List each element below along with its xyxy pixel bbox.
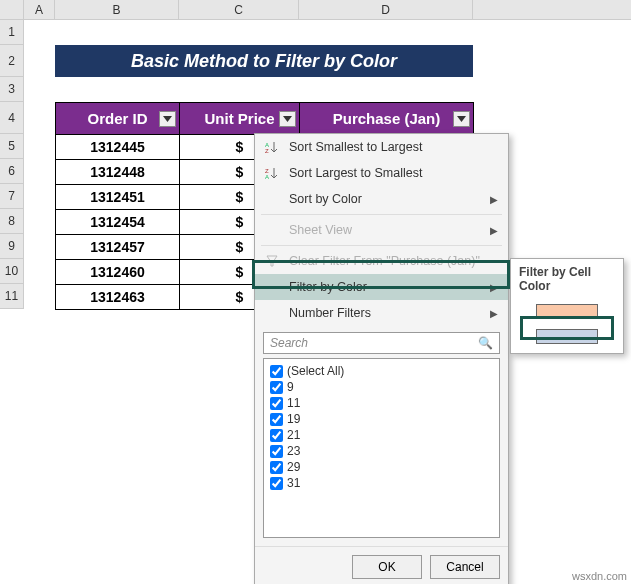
chevron-down-icon bbox=[283, 116, 292, 122]
check-label: 21 bbox=[287, 428, 300, 442]
checkbox[interactable] bbox=[270, 365, 283, 378]
chevron-right-icon: ▶ bbox=[490, 308, 498, 319]
check-item[interactable]: 21 bbox=[268, 427, 495, 443]
check-item[interactable]: 23 bbox=[268, 443, 495, 459]
menu-sort-by-color[interactable]: Sort by Color ▶ bbox=[255, 186, 508, 212]
menu-number-filters-label: Number Filters bbox=[283, 306, 490, 320]
row-9[interactable]: 9 bbox=[0, 234, 24, 259]
cell-order[interactable]: 1312460 bbox=[56, 260, 180, 285]
color-swatch-orange[interactable] bbox=[536, 304, 598, 319]
filter-by-color-submenu: Filter by Cell Color bbox=[510, 258, 624, 354]
menu-number-filters[interactable]: Number Filters ▶ bbox=[255, 300, 508, 326]
check-label: 23 bbox=[287, 444, 300, 458]
row-headers: 1 2 3 4 5 6 7 8 9 10 11 bbox=[0, 20, 24, 309]
checkbox[interactable] bbox=[270, 461, 283, 474]
chevron-down-icon bbox=[457, 116, 466, 122]
filter-value-checklist[interactable]: (Select All) 9 11 19 21 23 29 31 bbox=[263, 358, 500, 538]
checkbox[interactable] bbox=[270, 445, 283, 458]
column-headers: A B C D bbox=[0, 0, 631, 20]
search-placeholder: Search bbox=[270, 336, 308, 350]
header-price-label: Unit Price bbox=[204, 110, 274, 127]
check-item[interactable]: 19 bbox=[268, 411, 495, 427]
menu-sort-desc-label: Sort Largest to Smallest bbox=[283, 166, 498, 180]
header-order-id: Order ID bbox=[56, 103, 180, 135]
ok-button[interactable]: OK bbox=[352, 555, 422, 579]
color-swatch-blue[interactable] bbox=[536, 329, 598, 344]
check-item[interactable]: 31 bbox=[268, 475, 495, 491]
chevron-right-icon: ▶ bbox=[490, 194, 498, 205]
menu-filter-by-color[interactable]: Filter by Color ▶ bbox=[255, 274, 508, 300]
check-label: 19 bbox=[287, 412, 300, 426]
row-5[interactable]: 5 bbox=[0, 134, 24, 159]
checkbox[interactable] bbox=[270, 413, 283, 426]
row-1[interactable]: 1 bbox=[0, 20, 24, 45]
search-input[interactable]: Search 🔍 bbox=[263, 332, 500, 354]
checkbox[interactable] bbox=[270, 477, 283, 490]
cell-order[interactable]: 1312451 bbox=[56, 185, 180, 210]
menu-sort-asc[interactable]: AZ Sort Smallest to Largest bbox=[255, 134, 508, 160]
header-purchase: Purchase (Jan) bbox=[300, 103, 474, 135]
svg-text:Z: Z bbox=[265, 148, 269, 154]
cancel-button[interactable]: Cancel bbox=[430, 555, 500, 579]
cell-order[interactable]: 1312445 bbox=[56, 135, 180, 160]
cell-order[interactable]: 1312457 bbox=[56, 235, 180, 260]
page-title: Basic Method to Filter by Color bbox=[55, 45, 473, 77]
row-6[interactable]: 6 bbox=[0, 159, 24, 184]
watermark: wsxdn.com bbox=[572, 570, 627, 582]
col-d[interactable]: D bbox=[299, 0, 473, 19]
header-purchase-label: Purchase (Jan) bbox=[333, 110, 441, 127]
check-label: (Select All) bbox=[287, 364, 344, 378]
filter-button-price[interactable] bbox=[279, 111, 296, 127]
chevron-right-icon: ▶ bbox=[490, 282, 498, 293]
menu-sheet-view-label: Sheet View bbox=[283, 223, 490, 237]
col-a[interactable]: A bbox=[24, 0, 55, 19]
cell-order[interactable]: 1312454 bbox=[56, 210, 180, 235]
col-c[interactable]: C bbox=[179, 0, 299, 19]
menu-button-row: OK Cancel bbox=[255, 546, 508, 584]
menu-filter-color-label: Filter by Color bbox=[283, 280, 490, 294]
check-item[interactable]: 29 bbox=[268, 459, 495, 475]
cell-order[interactable]: 1312463 bbox=[56, 285, 180, 310]
check-label: 9 bbox=[287, 380, 294, 394]
search-icon: 🔍 bbox=[478, 336, 493, 350]
corner-cell bbox=[0, 0, 24, 19]
row-11[interactable]: 11 bbox=[0, 284, 24, 309]
row-4[interactable]: 4 bbox=[0, 102, 24, 134]
filter-button-purchase[interactable] bbox=[453, 111, 470, 127]
chevron-right-icon: ▶ bbox=[490, 225, 498, 236]
check-label: 11 bbox=[287, 396, 300, 410]
clear-filter-icon bbox=[261, 254, 283, 268]
svg-text:A: A bbox=[265, 174, 269, 180]
check-select-all[interactable]: (Select All) bbox=[268, 363, 495, 379]
check-label: 29 bbox=[287, 460, 300, 474]
menu-sheet-view: Sheet View ▶ bbox=[255, 217, 508, 243]
row-3[interactable]: 3 bbox=[0, 77, 24, 102]
menu-sort-color-label: Sort by Color bbox=[283, 192, 490, 206]
check-item[interactable]: 9 bbox=[268, 379, 495, 395]
sort-desc-icon: ZA bbox=[261, 166, 283, 180]
header-unit-price: Unit Price bbox=[180, 103, 300, 135]
menu-clear-filter-label: Clear Filter From "Purchase (Jan)" bbox=[283, 254, 498, 268]
filter-button-order[interactable] bbox=[159, 111, 176, 127]
color-swatch-2-wrap[interactable] bbox=[515, 324, 619, 349]
row-10[interactable]: 10 bbox=[0, 259, 24, 284]
header-order-label: Order ID bbox=[87, 110, 147, 127]
checkbox[interactable] bbox=[270, 397, 283, 410]
chevron-down-icon bbox=[163, 116, 172, 122]
checkbox[interactable] bbox=[270, 381, 283, 394]
menu-sort-desc[interactable]: ZA Sort Largest to Smallest bbox=[255, 160, 508, 186]
col-b[interactable]: B bbox=[55, 0, 179, 19]
cell-order[interactable]: 1312448 bbox=[56, 160, 180, 185]
menu-clear-filter: Clear Filter From "Purchase (Jan)" bbox=[255, 248, 508, 274]
row-7[interactable]: 7 bbox=[0, 184, 24, 209]
check-item[interactable]: 11 bbox=[268, 395, 495, 411]
filter-dropdown-menu: AZ Sort Smallest to Largest ZA Sort Larg… bbox=[254, 133, 509, 584]
row-2[interactable]: 2 bbox=[0, 45, 24, 77]
checkbox[interactable] bbox=[270, 429, 283, 442]
menu-sort-asc-label: Sort Smallest to Largest bbox=[283, 140, 498, 154]
color-swatch-1-wrap[interactable] bbox=[515, 299, 619, 324]
sort-asc-icon: AZ bbox=[261, 140, 283, 154]
header-row: Order ID Unit Price Purchase (Jan) bbox=[56, 103, 474, 135]
check-label: 31 bbox=[287, 476, 300, 490]
row-8[interactable]: 8 bbox=[0, 209, 24, 234]
